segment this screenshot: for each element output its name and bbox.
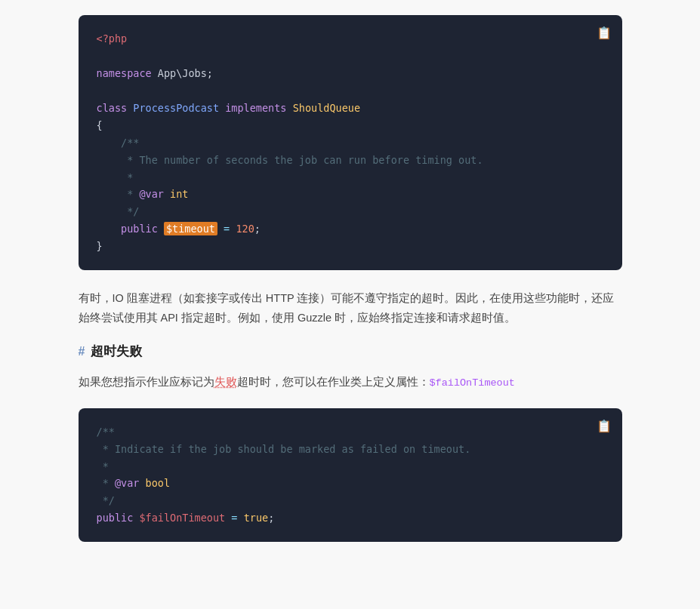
comment-line-5: */ bbox=[97, 205, 140, 217]
timeout-value: 120 bbox=[236, 223, 254, 235]
true-value: true bbox=[244, 512, 269, 524]
cb2-comment-1: /** bbox=[97, 426, 115, 438]
implements-keyword: implements bbox=[225, 102, 286, 114]
cb2-public-keyword: public bbox=[97, 512, 134, 524]
fail-link[interactable]: 失败 bbox=[214, 376, 237, 388]
cb2-comment-3: * bbox=[97, 460, 109, 472]
class-name: ProcessPodcast bbox=[133, 102, 219, 114]
fail-on-timeout-prop: $failOnTimeout bbox=[139, 512, 225, 524]
code-content-2: /** * Indicate if the job should be mark… bbox=[97, 423, 604, 527]
php-tag: <?php bbox=[97, 32, 128, 45]
comment-line-4: * @var int bbox=[97, 188, 189, 200]
comment-line-2: * The number of seconds the job can run … bbox=[97, 154, 483, 166]
section-heading: # 超时失败 bbox=[79, 343, 622, 360]
paragraph-2-middle: 超时时，您可以在作业类上定义属性： bbox=[237, 376, 430, 388]
code-block-1: 📋 <?php namespace App\Jobs; class Proces… bbox=[79, 15, 622, 270]
copy-icon-2[interactable]: 📋 bbox=[597, 417, 612, 438]
cb2-comment-5: */ bbox=[97, 494, 115, 506]
section-title: 超时失败 bbox=[91, 343, 142, 360]
paragraph-2-prefix: 如果您想指示作业应标记为 bbox=[79, 376, 214, 388]
interface-name: ShouldQueue bbox=[293, 102, 360, 114]
code-block-2: 📋 /** * Indicate if the job should be ma… bbox=[79, 408, 622, 543]
assign-op: = bbox=[224, 223, 230, 235]
cb2-assign-op: = bbox=[231, 512, 237, 524]
hash-icon: # bbox=[79, 345, 85, 358]
public-keyword: public bbox=[97, 223, 158, 235]
namespace-name: App\Jobs bbox=[158, 67, 207, 79]
comment-line-3: * bbox=[97, 171, 134, 183]
brace-close: } bbox=[97, 240, 103, 252]
timeout-var: $timeout bbox=[164, 222, 217, 235]
paragraph-2: 如果您想指示作业应标记为失败超时时，您可以在作业类上定义属性：$failOnTi… bbox=[79, 372, 622, 392]
namespace-keyword: namespace bbox=[97, 67, 152, 79]
fail-on-timeout-code: $failOnTimeout bbox=[430, 377, 515, 389]
brace-open: { bbox=[97, 119, 103, 131]
class-keyword: class bbox=[97, 102, 128, 114]
cb2-comment-2: * Indicate if the job should be marked a… bbox=[97, 443, 471, 455]
page-container: 📋 <?php namespace App\Jobs; class Proces… bbox=[63, 15, 637, 542]
paragraph-1: 有时，IO 阻塞进程（如套接字或传出 HTTP 连接）可能不遵守指定的超时。因此… bbox=[79, 288, 622, 328]
copy-icon-1[interactable]: 📋 bbox=[597, 24, 612, 45]
comment-line-1: /** bbox=[97, 137, 140, 149]
code-content-1: <?php namespace App\Jobs; class ProcessP… bbox=[97, 30, 604, 255]
cb2-comment-4: * @var bool bbox=[97, 477, 171, 489]
